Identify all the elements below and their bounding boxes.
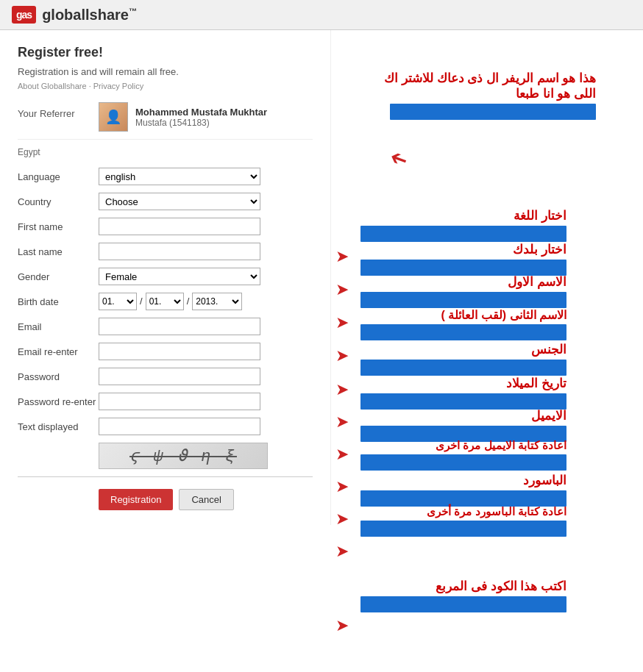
logo-tm: ™ (129, 7, 137, 15)
referrer-annotation: هذا هو اسم الريفر ال ذى دعاك للاشتر اك ا… (346, 71, 596, 120)
language-row: Language english arabic french (18, 168, 313, 185)
gender-bar (360, 360, 566, 376)
gender-select[interactable]: Female Male (99, 268, 260, 285)
logo-text: globallshare™ (42, 7, 137, 24)
text-displayed-input[interactable] (99, 418, 260, 435)
referrer-annotation-text2: اللى هو انا طبعا (516, 86, 596, 101)
referrer-avatar: 👤 (99, 102, 128, 132)
email-reenter-label: Email re-enter (18, 346, 99, 357)
firstname-annotation: الاسم الاول (338, 274, 566, 308)
country-annotation: اختار بلدك (338, 242, 566, 276)
logo: gas globallshare™ (12, 6, 137, 24)
header: gas globallshare™ (0, 0, 643, 30)
date-sep2: / (185, 293, 191, 310)
register-subtitle: Registration is and will remain all free… (18, 66, 313, 77)
password-reenter-label: Password re-enter (18, 396, 99, 407)
birthdate-row: Birth date 01.02.03. / 01.02.03. / 2013.… (18, 293, 313, 310)
text-displayed-label: Text displayed (18, 421, 99, 432)
firstname-bar (360, 292, 566, 308)
bottom-divider (18, 476, 313, 477)
arrow-birthdate: ➤ (335, 412, 349, 432)
lastname-bar (360, 324, 566, 340)
country-label: Country (18, 196, 99, 207)
password-reenter-bar (360, 521, 566, 537)
language-label: Language (18, 171, 99, 182)
lastname-annotation-text: الاسم الثانى (لقب العائلة ) (441, 308, 566, 322)
firstname-row: First name (18, 218, 313, 235)
arrow-password-reenter: ➤ (335, 542, 349, 561)
email-input[interactable] (99, 318, 260, 335)
cancel-button[interactable]: Cancel (179, 489, 233, 510)
password-reenter-annotation-text: اعادة كتابة الباسورد مرة أخرى (427, 505, 566, 518)
language-bar (360, 226, 566, 242)
referrer-section: Your Referrer 👤 Mohammed Mustafa Mukhtar… (18, 102, 313, 140)
lastname-annotation: الاسم الثانى (لقب العائلة ) (338, 308, 566, 340)
birth-day-select[interactable]: 01.02.03. (99, 293, 137, 310)
birthdate-selects: 01.02.03. / 01.02.03. / 2013.2012.1990. (99, 293, 242, 310)
register-button[interactable]: Registration (99, 489, 173, 510)
captcha-annotation-text: اكتب هذا الكود فى المربع (436, 579, 566, 594)
birthdate-annotation: تاريخ الميلاد (338, 376, 566, 410)
date-sep1: / (138, 293, 144, 310)
arrow-language: ➤ (335, 247, 349, 266)
privacy-link[interactable]: Privacy Policy (93, 82, 143, 90)
links-row: About Globallshare · Privacy Policy (18, 82, 313, 90)
birthdate-label: Birth date (18, 296, 99, 307)
arrow-captcha: ➤ (335, 616, 349, 635)
email-reenter-bar (360, 454, 566, 471)
password-reenter-annotation: اعادة كتابة الباسورد مرة أخرى (338, 505, 566, 537)
content-area: Register free! Registration is and will … (0, 30, 643, 525)
referrer-full-name: Mohammed Mustafa Mukhtar (135, 107, 267, 118)
captcha-row: ϛ ψ ϑ η ξ (18, 443, 313, 469)
referrer-id-row: Mustafa (1541183) (135, 118, 267, 128)
lastname-label: Last name (18, 246, 99, 257)
country-annotation-text: اختار بلدك (513, 242, 566, 257)
referrer-annotation-text: هذا هو اسم الريفر ال ذى دعاك للاشتر اك (384, 71, 596, 86)
language-select[interactable]: english arabic french (99, 168, 260, 185)
country-bar (360, 260, 566, 276)
arrow-gender: ➤ (335, 380, 349, 399)
firstname-input[interactable] (99, 218, 260, 235)
captcha-bar (360, 596, 566, 612)
email-row: Email (18, 318, 313, 335)
referrer-arrow: ➔ (386, 145, 411, 174)
annotation-panel: هذا هو اسم الريفر ال ذى دعاك للاشتر اك ا… (331, 30, 643, 525)
arrow-email-reenter: ➤ (335, 477, 349, 496)
lastname-row: Last name (18, 243, 313, 260)
country-row: Country Choose Egypt United States (18, 193, 313, 210)
captcha-image: ϛ ψ ϑ η ξ (99, 443, 268, 469)
firstname-annotation-text: الاسم الاول (508, 274, 566, 290)
referrer-surname: Mustafa (135, 118, 167, 128)
page-wrapper: gas globallshare™ Register free! Registr… (0, 0, 643, 672)
birth-year-select[interactable]: 2013.2012.1990. (192, 293, 242, 310)
password-input[interactable] (99, 368, 260, 385)
gender-annotation: الجنس (338, 342, 566, 376)
country-select[interactable]: Choose Egypt United States (99, 193, 260, 210)
gender-row: Gender Female Male (18, 268, 313, 285)
referrer-bar (390, 104, 596, 120)
firstname-label: First name (18, 221, 99, 232)
birthdate-annotation-text: تاريخ الميلاد (506, 376, 566, 391)
arrow-lastname: ➤ (335, 346, 349, 365)
password-annotation: الباسورد (338, 473, 566, 507)
referrer-label: Your Referrer (18, 102, 99, 119)
password-reenter-input[interactable] (99, 393, 260, 410)
buttons-row: Registration Cancel (18, 489, 313, 510)
lastname-input[interactable] (99, 243, 260, 260)
gender-annotation-text: الجنس (531, 342, 566, 357)
email-reenter-input[interactable] (99, 343, 260, 360)
password-label: Password (18, 371, 99, 382)
arrow-password: ➤ (335, 510, 349, 529)
about-link[interactable]: About Globallshare (18, 82, 87, 90)
referrer-details: Mohammed Mustafa Mukhtar Mustafa (154118… (135, 107, 267, 128)
birth-month-select[interactable]: 01.02.03. (146, 293, 184, 310)
register-title: Register free! (18, 45, 313, 60)
referrer-info: 👤 Mohammed Mustafa Mukhtar Mustafa (1541… (99, 102, 267, 132)
language-annotation: اختار اللغة (338, 208, 566, 242)
email-label: Email (18, 321, 99, 332)
country-display: Egypt (18, 147, 313, 157)
password-annotation-text: الباسورد (523, 473, 566, 488)
email-reenter-row: Email re-enter (18, 343, 313, 360)
arrow-country: ➤ (335, 280, 349, 299)
birthdate-bar (360, 393, 566, 410)
